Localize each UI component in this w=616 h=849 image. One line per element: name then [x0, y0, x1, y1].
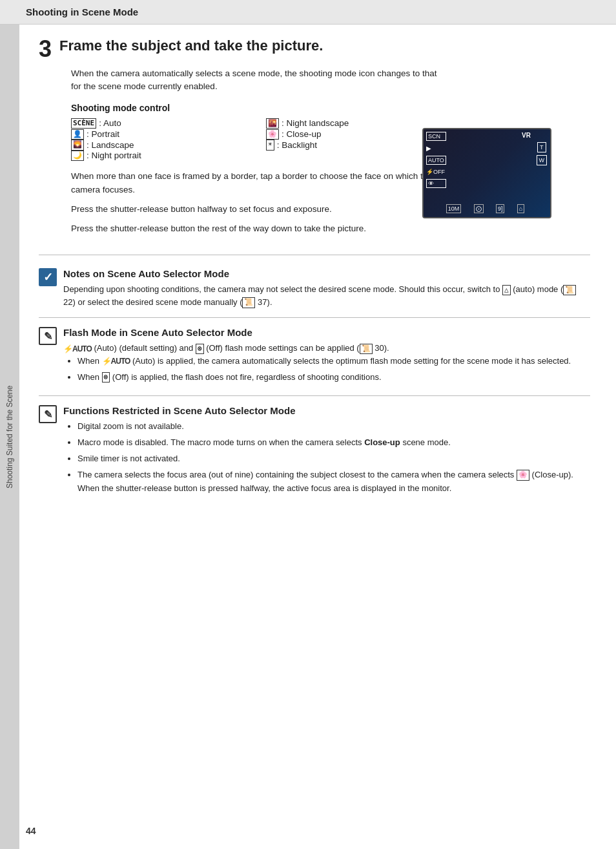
note-2-content: Flash Mode in Scene Auto Selector Mode ⚡…	[63, 327, 571, 386]
step-title: Frame the subject and take the picture.	[59, 37, 448, 54]
cam-vr-icon: VR	[522, 132, 531, 139]
step-row: 3 Frame the subject and take the picture…	[39, 37, 590, 242]
notes-section: ✓ Notes on Scene Auto Selector Mode Depe…	[39, 268, 590, 498]
night-landscape-icon: 🌇	[266, 118, 279, 129]
camera-left-icons: SCN ▶ AUTO ⚡OFF 👁	[426, 132, 446, 188]
page-number: 44	[26, 826, 36, 836]
note-3-bullet-3: Smile timer is not activated.	[77, 452, 590, 466]
note-1-body: Depending upon shooting conditions, the …	[63, 283, 590, 308]
portrait-icon: 👤	[71, 129, 84, 140]
check-icon: ✓	[39, 268, 57, 286]
mode-col-1: SCÈNE : Auto 👤 : Portrait 🌄	[71, 118, 253, 162]
mode-landscape: 🌄 : Landscape	[71, 140, 253, 151]
cam-home-icon: ⌂	[517, 204, 524, 213]
off-icon-2: ⊗	[102, 372, 110, 383]
cam-scene-icon: SCN	[426, 132, 446, 141]
mode-closeup-label: : Close-up	[282, 129, 322, 139]
camera-display-wrapper: SCN ▶ AUTO ⚡OFF 👁 VR T	[461, 44, 590, 134]
divider-1	[39, 317, 590, 318]
note-box-2: ✎ Flash Mode in Scene Auto Selector Mode…	[39, 327, 590, 386]
mode-col-2: 🌇 : Night landscape 🌸 : Close-up ☀	[266, 118, 448, 162]
divider-2	[39, 395, 590, 396]
ref-30-icon: 📜	[360, 344, 373, 354]
mode-night-landscape-label: : Night landscape	[282, 118, 349, 128]
mode-landscape-label: : Landscape	[87, 140, 134, 150]
ref-22-icon: 📜	[563, 285, 576, 295]
mode-closeup: 🌸 : Close-up	[266, 129, 448, 140]
note-3-bullet-4: The camera selects the focus area (out o…	[77, 468, 590, 496]
closeup-icon: 🌸	[266, 129, 279, 140]
mode-night-portrait-label: : Night portrait	[87, 151, 141, 160]
mode-auto: SCÈNE : Auto	[71, 118, 253, 129]
page-header: Shooting in Scene Mode	[0, 0, 616, 25]
mode-backlight: ☀ : Backlight	[266, 140, 448, 151]
note-box-3: ✎ Functions Restricted in Scene Auto Sel…	[39, 405, 590, 498]
cam-mp-icon: 10M	[446, 204, 462, 213]
mode-night-portrait: 🌙 : Night portrait	[71, 151, 253, 162]
flash-auto-icon: ⚡AUTO	[63, 343, 92, 355]
note-3-bullets: Digital zoom is not available. Macro mod…	[63, 420, 590, 495]
step-header: 3 Frame the subject and take the picture…	[39, 37, 448, 61]
main-content: Shooting Suited for the Scene 3 Frame th…	[0, 25, 616, 849]
note-2-body: ⚡AUTO (Auto) (default setting) and ⊗ (Of…	[63, 342, 571, 355]
night-portrait-icon: 🌙	[71, 151, 84, 162]
mode-backlight-label: : Backlight	[277, 140, 317, 150]
note-2-bullets: When ⚡AUTO (Auto) is applied, the camera…	[63, 355, 571, 384]
note-3-bullet-2: Macro mode is disabled. The macro mode t…	[77, 436, 590, 450]
cam-auto-icon: AUTO	[426, 156, 446, 165]
page-container: Shooting in Scene Mode Shooting Suited f…	[0, 0, 616, 849]
note-2-bullet-1: When ⚡AUTO (Auto) is applied, the camera…	[77, 355, 571, 368]
shooting-mode-title: Shooting mode control	[71, 103, 448, 113]
side-tab-label: Shooting Suited for the Scene	[5, 385, 14, 488]
step-para-3: Press the shutter-release button the res…	[71, 222, 448, 235]
note-1-title: Notes on Scene Auto Selector Mode	[63, 268, 590, 279]
side-tab: Shooting Suited for the Scene	[0, 25, 19, 849]
backlight-icon: ☀	[266, 140, 274, 151]
mode-auto-label: : Auto	[99, 118, 121, 128]
note-box-1: ✓ Notes on Scene Auto Selector Mode Depe…	[39, 268, 590, 308]
note-3-content: Functions Restricted in Scene Auto Selec…	[63, 405, 590, 498]
mode-grid: SCÈNE : Auto 👤 : Portrait 🌄	[71, 118, 448, 162]
pencil-icon-2: ✎	[39, 405, 57, 423]
cam-face-icon: 👁	[426, 179, 446, 188]
flash-auto-icon-2: ⚡AUTO	[102, 355, 130, 368]
closeup-icon-ref: 🌸	[517, 470, 529, 480]
step-description: When the camera automatically selects a …	[71, 67, 448, 94]
cam-flash-icon: ⚡OFF	[426, 169, 446, 175]
content-area: 3 Frame the subject and take the picture…	[19, 25, 616, 849]
auto-icon: △	[502, 285, 511, 295]
step-left: 3 Frame the subject and take the picture…	[39, 37, 448, 242]
note-2-bullet-2: When ⊗ (Off) is applied, the flash does …	[77, 371, 571, 384]
step-content: When the camera automatically selects a …	[71, 67, 448, 235]
note-1-content: Notes on Scene Auto Selector Mode Depend…	[63, 268, 590, 308]
cam-count-icon: 9]	[496, 204, 505, 213]
cam-zoom-w-icon: W	[537, 155, 548, 165]
cam-zoom-t-icon: T	[537, 142, 546, 152]
off-icon: ⊗	[196, 344, 204, 354]
step-para-2: Press the shutter-release button halfway…	[71, 203, 448, 216]
closeup-bold: Close-up	[364, 437, 400, 447]
cam-frame-icon: ⨀	[474, 204, 484, 213]
cam-play-icon: ▶	[426, 145, 446, 152]
page-header-title: Shooting in Scene Mode	[26, 6, 138, 17]
scene-auto-icon: SCÈNE	[71, 118, 96, 129]
landscape-icon: 🌄	[71, 140, 84, 151]
pencil-icon-1: ✎	[39, 327, 57, 345]
note-3-bullet-1: Digital zoom is not available.	[77, 420, 590, 434]
mode-night-landscape: 🌇 : Night landscape	[266, 118, 448, 129]
note-3-title: Functions Restricted in Scene Auto Selec…	[63, 405, 590, 416]
mode-portrait-label: : Portrait	[87, 129, 119, 139]
cam-right-icons: T W	[537, 142, 548, 165]
ref-37-icon: 📜	[242, 297, 255, 308]
cam-bottom-icons: 10M ⨀ 9] ⌂	[440, 204, 531, 213]
section-3: 3 Frame the subject and take the picture…	[39, 37, 590, 255]
step-para-1: When more than one face is framed by a b…	[71, 170, 448, 196]
note-2-title: Flash Mode in Scene Auto Selector Mode	[63, 327, 571, 338]
camera-display: SCN ▶ AUTO ⚡OFF 👁 VR T	[422, 128, 551, 218]
step-number: 3	[39, 37, 52, 61]
mode-portrait: 👤 : Portrait	[71, 129, 253, 140]
camera-display-inner: SCN ▶ AUTO ⚡OFF 👁 VR T	[424, 129, 550, 217]
